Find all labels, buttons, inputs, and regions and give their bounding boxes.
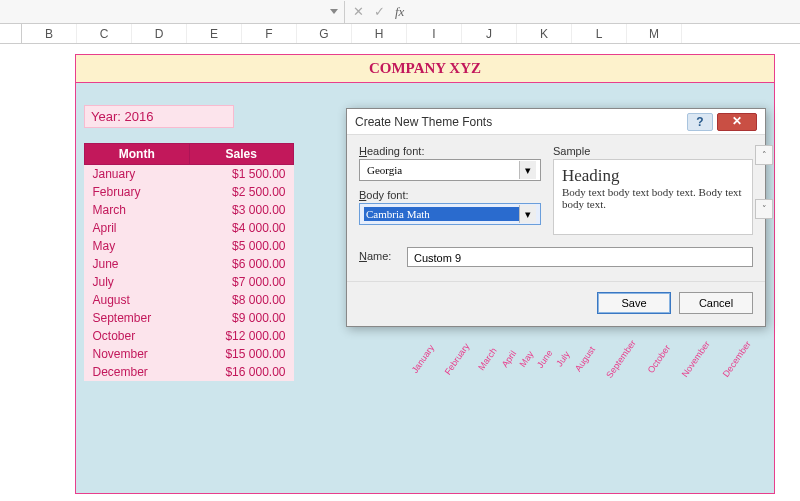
formula-bar: ✕ ✓ fx	[0, 0, 800, 24]
spin-down-button[interactable]: ˅	[755, 199, 773, 219]
table-header-sales[interactable]: Sales	[189, 144, 294, 165]
year-cell[interactable]: Year: 2016	[84, 105, 234, 128]
body-font-value: Cambria Math	[364, 207, 519, 221]
name-box[interactable]	[0, 1, 345, 23]
confirm-icon[interactable]: ✓	[374, 4, 385, 19]
dialog-titlebar[interactable]: Create New Theme Fonts ? ✕	[347, 109, 765, 135]
sample-label: Sample	[553, 145, 753, 157]
sample-heading: Heading	[562, 166, 744, 186]
fx-icon[interactable]: fx	[395, 4, 404, 20]
col-header[interactable]: F	[242, 24, 297, 43]
col-header[interactable]: D	[132, 24, 187, 43]
page-title: COMPANY XYZ	[76, 55, 774, 83]
table-row: October$12 000.00	[85, 327, 294, 345]
col-header[interactable]: B	[22, 24, 77, 43]
chart-axis: January February March April May June Ju…	[407, 354, 735, 364]
table-row: November$15 000.00	[85, 345, 294, 363]
table-row: May$5 000.00	[85, 237, 294, 255]
col-header[interactable]: M	[627, 24, 682, 43]
formula-input[interactable]	[412, 0, 800, 23]
spin-up-button[interactable]: ˄	[755, 145, 773, 165]
col-header[interactable]: I	[407, 24, 462, 43]
heading-font-value: Georgia	[364, 164, 519, 176]
year-value: 2016	[125, 109, 154, 124]
year-label: Year:	[91, 109, 121, 124]
chevron-down-icon: ▾	[519, 161, 536, 179]
name-input[interactable]: Custom 9	[407, 247, 753, 267]
table-row: July$7 000.00	[85, 273, 294, 291]
column-headers: B C D E F G H I J K L M	[0, 24, 800, 44]
cancel-icon[interactable]: ✕	[353, 4, 364, 19]
col-header[interactable]: H	[352, 24, 407, 43]
table-row: August$8 000.00	[85, 291, 294, 309]
col-header[interactable]: K	[517, 24, 572, 43]
col-header[interactable]: L	[572, 24, 627, 43]
table-row: December$16 000.00	[85, 363, 294, 381]
heading-font-select[interactable]: Georgia ▾	[359, 159, 541, 181]
table-row: February$2 500.00	[85, 183, 294, 201]
table-header-month[interactable]: Month	[85, 144, 190, 165]
col-header[interactable]: J	[462, 24, 517, 43]
table-row: March$3 000.00	[85, 201, 294, 219]
save-button[interactable]: Save	[597, 292, 671, 314]
theme-fonts-dialog: Create New Theme Fonts ? ✕ Heading font:…	[346, 108, 766, 327]
body-font-select[interactable]: Cambria Math ▾	[359, 203, 541, 225]
table-row: September$9 000.00	[85, 309, 294, 327]
help-button[interactable]: ?	[687, 113, 713, 131]
table-row: January$1 500.00	[85, 165, 294, 184]
sales-table: Month Sales January$1 500.00 February$2 …	[84, 143, 294, 381]
chevron-down-icon	[330, 9, 338, 14]
heading-font-label: Heading font:	[359, 145, 541, 157]
close-button[interactable]: ✕	[717, 113, 757, 131]
dialog-title-text: Create New Theme Fonts	[355, 115, 492, 129]
table-row: June$6 000.00	[85, 255, 294, 273]
chevron-down-icon: ▾	[519, 205, 536, 223]
cancel-button[interactable]: Cancel	[679, 292, 753, 314]
col-header[interactable]: G	[297, 24, 352, 43]
col-header[interactable]: C	[77, 24, 132, 43]
col-header[interactable]: E	[187, 24, 242, 43]
sample-preview: Heading Body text body text body text. B…	[553, 159, 753, 235]
sample-body: Body text body text body text. Body text…	[562, 186, 744, 210]
name-label: Name:	[359, 250, 401, 262]
table-row: April$4 000.00	[85, 219, 294, 237]
body-font-label: Body font:	[359, 189, 541, 201]
